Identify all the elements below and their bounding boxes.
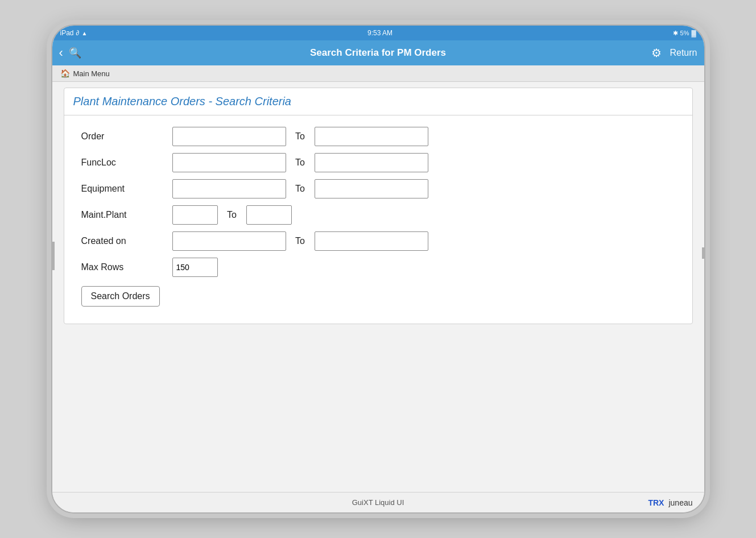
funcloc-label: FuncLoc xyxy=(81,158,172,168)
status-left: iPad ∂ ▲ xyxy=(60,29,88,37)
breadcrumb-label: Main Menu xyxy=(73,69,110,78)
equipment-to-label: To xyxy=(286,184,315,194)
device-label: iPad xyxy=(60,29,74,37)
createdon-from-input[interactable] xyxy=(172,231,286,251)
form-title: Plant Maintenance Orders - Search Criter… xyxy=(73,95,292,107)
side-button-left xyxy=(51,242,55,270)
status-right: ✱ 5% ▓ xyxy=(673,30,696,37)
footer-center-text: GuiXT Liquid UI xyxy=(352,498,404,507)
search-icon[interactable]: 🔍 xyxy=(69,47,81,59)
nav-bar: ‹ 🔍 Search Criteria for PM Orders ⚙ Retu… xyxy=(52,40,704,65)
maxrows-row: Max Rows xyxy=(81,258,675,277)
bluetooth-icon: ✱ xyxy=(673,30,678,37)
order-label: Order xyxy=(81,131,172,142)
createdon-to-label: To xyxy=(286,236,315,246)
maintplant-row: Maint.Plant To xyxy=(81,205,675,225)
maxrows-label: Max Rows xyxy=(81,262,172,272)
status-bar: iPad ∂ ▲ 9:53 AM ✱ 5% ▓ xyxy=(52,26,704,40)
battery-icon: ▓ xyxy=(691,30,696,36)
nav-right-group: ⚙ Return xyxy=(651,46,697,60)
maxrows-input[interactable] xyxy=(172,258,218,277)
form-card-header: Plant Maintenance Orders - Search Criter… xyxy=(64,88,692,115)
createdon-to-input[interactable] xyxy=(315,231,428,251)
footer-right: TRX juneau xyxy=(648,498,692,507)
form-card: Plant Maintenance Orders - Search Criter… xyxy=(64,88,693,324)
equipment-to-input[interactable] xyxy=(315,179,428,198)
funcloc-from-input[interactable] xyxy=(172,153,286,172)
maintplant-from-input[interactable] xyxy=(172,205,218,225)
wifi-indicator: ∂ xyxy=(76,29,80,37)
equipment-row: Equipment To xyxy=(81,179,675,198)
funcloc-to-input[interactable] xyxy=(315,153,428,172)
battery-label: 5% xyxy=(680,30,689,36)
order-from-input[interactable] xyxy=(172,127,286,146)
wifi-bars: ▲ xyxy=(81,30,87,36)
form-card-body: Order To FuncLoc To Equipment To xyxy=(64,115,692,324)
return-button[interactable]: Return xyxy=(670,48,697,58)
back-button[interactable]: ‹ xyxy=(59,45,63,60)
maintplant-to-label: To xyxy=(218,210,246,220)
maintplant-to-input[interactable] xyxy=(246,205,292,225)
side-button-right xyxy=(702,247,705,259)
maintplant-label: Maint.Plant xyxy=(81,210,172,220)
equipment-label: Equipment xyxy=(81,184,172,194)
status-time: 9:53 AM xyxy=(367,29,393,37)
main-content: Plant Maintenance Orders - Search Criter… xyxy=(52,82,704,492)
gear-icon[interactable]: ⚙ xyxy=(651,46,662,60)
order-to-input[interactable] xyxy=(315,127,428,146)
search-orders-button[interactable]: Search Orders xyxy=(81,286,160,307)
order-to-label: To xyxy=(286,131,315,142)
funcloc-to-label: To xyxy=(286,158,315,168)
ipad-shell: iPad ∂ ▲ 9:53 AM ✱ 5% ▓ ‹ 🔍 Search Crite… xyxy=(51,24,705,514)
breadcrumb[interactable]: 🏠 Main Menu xyxy=(52,65,704,82)
footer-juneau-label: juneau xyxy=(668,498,692,507)
footer: GuiXT Liquid UI TRX juneau xyxy=(52,492,704,512)
createdon-row: Created on To xyxy=(81,231,675,251)
footer-trx-label: TRX xyxy=(648,498,664,507)
order-row: Order To xyxy=(81,127,675,146)
home-icon: 🏠 xyxy=(60,69,70,78)
funcloc-row: FuncLoc To xyxy=(81,153,675,172)
equipment-from-input[interactable] xyxy=(172,179,286,198)
createdon-label: Created on xyxy=(81,236,172,246)
nav-title: Search Criteria for PM Orders xyxy=(310,47,446,59)
